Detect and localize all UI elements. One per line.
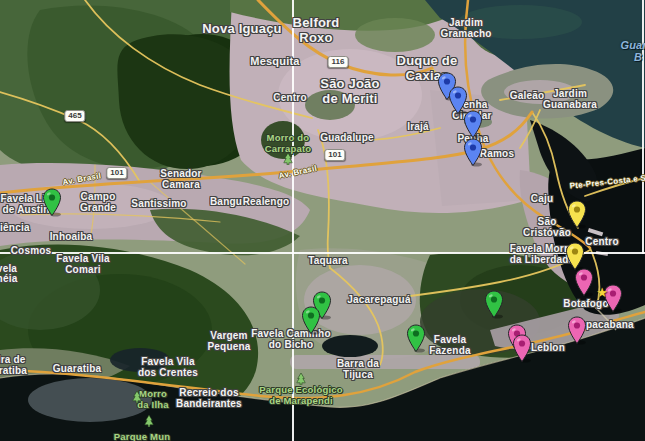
map-pin-yellow[interactable]	[567, 200, 587, 229]
map-viewport[interactable]: Nova IguaçuBelfordRoxoDuque deCaxiasSão …	[0, 0, 645, 441]
map-pin-pink[interactable]	[574, 268, 594, 297]
map-pin-yellow[interactable]	[565, 242, 585, 271]
map-pin-pink[interactable]	[567, 316, 587, 345]
map-pin-pink[interactable]	[512, 334, 532, 363]
map-markers-layer: ★	[0, 0, 645, 441]
map-pin-green[interactable]	[484, 290, 504, 319]
star-poi-icon[interactable]: ★	[596, 285, 608, 300]
map-pin-blue[interactable]	[463, 110, 483, 139]
map-pin-green[interactable]	[301, 306, 321, 335]
map-pin-blue[interactable]	[463, 138, 483, 167]
map-pin-green[interactable]	[42, 188, 62, 217]
map-pin-green[interactable]	[406, 324, 426, 353]
